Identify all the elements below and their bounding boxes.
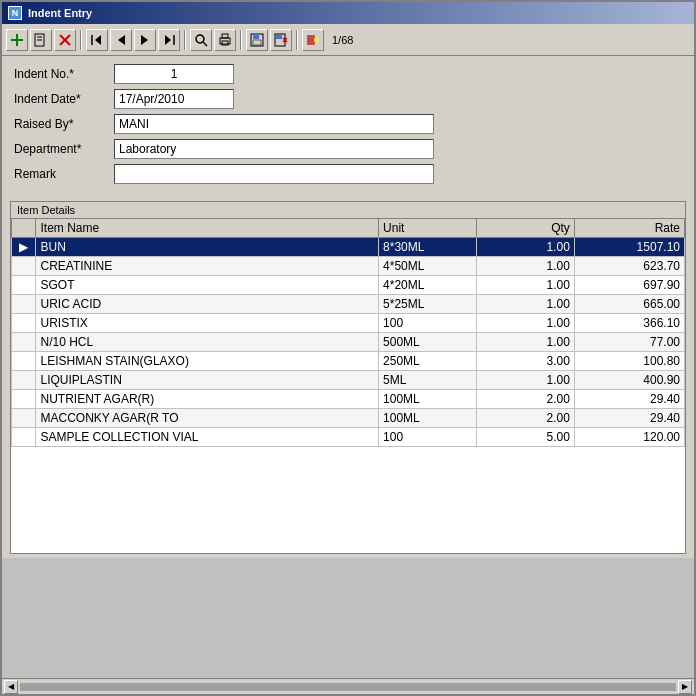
svg-marker-9 [118,35,125,45]
prev-button[interactable] [110,29,132,51]
table-row[interactable]: N/10 HCL500ML1.0077.00 [12,333,685,352]
row-qty: 2.00 [476,390,574,409]
row-unit: 100 [379,428,477,447]
search-button[interactable] [190,29,212,51]
table-body: ▶BUN8*30ML1.001507.10CREATININE4*50ML1.0… [12,238,685,447]
table-row[interactable]: LIQUIPLASTIN5ML1.00400.90 [12,371,685,390]
svg-rect-25 [307,35,315,45]
raised-by-label: Raised By* [14,117,114,131]
edit-button[interactable] [30,29,52,51]
remark-row: Remark [14,164,682,184]
exit-button[interactable] [302,29,324,51]
add-button[interactable] [6,29,28,51]
last-button[interactable] [158,29,180,51]
indent-no-input[interactable] [114,64,234,84]
table-header-row: Item Name Unit Qty Rate [12,219,685,238]
row-arrow [12,409,36,428]
row-item-name: LEISHMAN STAIN(GLAXO) [36,352,379,371]
indent-no-label: Indent No.* [14,67,114,81]
row-rate: 665.00 [574,295,684,314]
row-rate: 697.90 [574,276,684,295]
row-arrow: ▶ [12,238,36,257]
raised-by-row: Raised By* [14,114,682,134]
row-rate: 77.00 [574,333,684,352]
table-row[interactable]: NUTRIENT AGAR(R)100ML2.0029.40 [12,390,685,409]
print-button[interactable] [214,29,236,51]
form-area: Indent No.* Indent Date* Raised By* Depa… [2,56,694,197]
row-qty: 1.00 [476,295,574,314]
row-arrow [12,371,36,390]
row-qty: 1.00 [476,276,574,295]
table-row[interactable]: SAMPLE COLLECTION VIAL1005.00120.00 [12,428,685,447]
row-unit: 500ML [379,333,477,352]
row-arrow [12,390,36,409]
scroll-track[interactable] [20,683,676,691]
row-qty: 1.00 [476,238,574,257]
separator-4 [296,30,298,50]
indent-date-input[interactable] [114,89,234,109]
save-close-button[interactable] [270,29,292,51]
table-row[interactable]: URIC ACID5*25ML1.00665.00 [12,295,685,314]
svg-line-14 [203,42,207,46]
save-button[interactable] [246,29,268,51]
toolbar: 1/68 [2,24,694,56]
row-item-name: URISTIX [36,314,379,333]
indent-no-row: Indent No.* [14,64,682,84]
remark-label: Remark [14,167,114,181]
svg-rect-20 [253,40,261,45]
row-arrow [12,276,36,295]
next-button[interactable] [134,29,156,51]
row-qty: 1.00 [476,314,574,333]
section-label: Item Details [11,202,685,218]
col-header-arrow [12,219,36,238]
row-qty: 5.00 [476,428,574,447]
row-unit: 250ML [379,352,477,371]
row-rate: 1507.10 [574,238,684,257]
table-row[interactable]: ▶BUN8*30ML1.001507.10 [12,238,685,257]
first-button[interactable] [86,29,108,51]
row-qty: 2.00 [476,409,574,428]
scroll-left-btn[interactable]: ◀ [4,680,18,694]
department-row: Department* [14,139,682,159]
row-item-name: BUN [36,238,379,257]
row-rate: 120.00 [574,428,684,447]
row-arrow [12,314,36,333]
department-input[interactable] [114,139,434,159]
row-item-name: NUTRIENT AGAR(R) [36,390,379,409]
scroll-right-btn[interactable]: ▶ [678,680,692,694]
row-unit: 100 [379,314,477,333]
row-item-name: LIQUIPLASTIN [36,371,379,390]
table-row[interactable]: LEISHMAN STAIN(GLAXO)250ML3.00100.80 [12,352,685,371]
row-unit: 100ML [379,409,477,428]
table-row[interactable]: SGOT4*20ML1.00697.90 [12,276,685,295]
svg-marker-10 [141,35,148,45]
row-item-name: N/10 HCL [36,333,379,352]
col-header-rate: Rate [574,219,684,238]
row-rate: 400.90 [574,371,684,390]
table-row[interactable]: URISTIX1001.00366.10 [12,314,685,333]
svg-marker-12 [165,35,171,45]
indent-date-row: Indent Date* [14,89,682,109]
row-unit: 4*20ML [379,276,477,295]
row-rate: 623.70 [574,257,684,276]
table-row[interactable]: MACCONKY AGAR(R TO100ML2.0029.40 [12,409,685,428]
svg-rect-22 [276,35,282,39]
item-details-table-container[interactable]: Item Name Unit Qty Rate ▶BUN8*30ML1.0015… [11,218,685,553]
remark-input[interactable] [114,164,434,184]
row-arrow [12,295,36,314]
indent-date-label: Indent Date* [14,92,114,106]
col-header-unit: Unit [379,219,477,238]
separator-2 [184,30,186,50]
delete-button[interactable] [54,29,76,51]
raised-by-input[interactable] [114,114,434,134]
row-unit: 4*50ML [379,257,477,276]
row-qty: 1.00 [476,333,574,352]
row-arrow [12,257,36,276]
table-row[interactable]: CREATININE4*50ML1.00623.70 [12,257,685,276]
row-rate: 100.80 [574,352,684,371]
horizontal-scrollbar[interactable]: ◀ ▶ [2,678,694,694]
row-arrow [12,333,36,352]
svg-point-13 [196,35,204,43]
window-title: Indent Entry [28,7,92,19]
row-unit: 8*30ML [379,238,477,257]
